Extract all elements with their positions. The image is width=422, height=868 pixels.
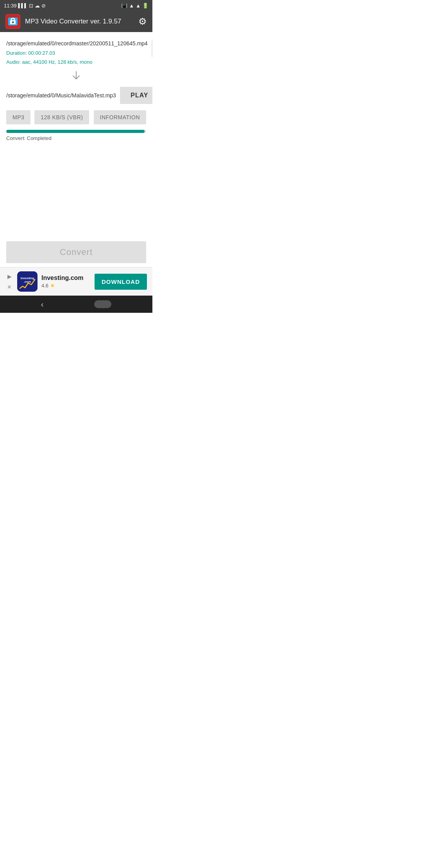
svg-text:.com: .com bbox=[24, 280, 31, 283]
svg-point-3 bbox=[12, 22, 14, 23]
content-area: /storage/emulated/0/recordmaster/2020051… bbox=[0, 32, 152, 296]
status-left: 11:39 ▌▌▌ ⊡ ☁ ⊘ bbox=[4, 3, 46, 9]
ad-controls: ▶ ✕ bbox=[5, 273, 13, 291]
network-icon: ▲ bbox=[136, 3, 141, 9]
back-button[interactable]: ‹ bbox=[41, 300, 44, 309]
time: 11:39 bbox=[4, 3, 17, 9]
ad-star-icon: ★ bbox=[50, 282, 55, 289]
battery-icon: 🔋 bbox=[142, 3, 148, 9]
progress-container: Convert: Completed bbox=[6, 130, 146, 141]
output-file-row: /storage/emulated/0/Music/MalavidaTest.m… bbox=[6, 87, 146, 104]
settings-icon[interactable]: ⚙ bbox=[138, 16, 147, 27]
svg-text:investing: investing bbox=[20, 276, 34, 280]
bitrate-button[interactable]: 128 KB/S (VBR) bbox=[34, 110, 89, 124]
main-content: /storage/emulated/0/recordmaster/2020051… bbox=[0, 32, 152, 193]
arrow-down-icon bbox=[6, 70, 146, 84]
title-bar-left: MP3 Video Converter ver. 1.9.57 bbox=[5, 14, 121, 29]
title-bar: MP3 Video Converter ver. 1.9.57 ⚙ bbox=[0, 11, 152, 32]
app-wrapper: 11:39 ▌▌▌ ⊡ ☁ ⊘ 📳 ▲ ▲ 🔋 bbox=[0, 0, 152, 313]
ad-close-button[interactable]: ✕ bbox=[6, 283, 13, 291]
app-icon bbox=[5, 14, 20, 29]
convert-button-container: Convert bbox=[0, 237, 152, 267]
progress-bar-fill bbox=[6, 130, 145, 133]
options-row: MP3 128 KB/S (VBR) INFORMATION bbox=[6, 110, 146, 124]
ad-banner: ▶ ✕ investing .com Investing.com 4.6 ★ bbox=[0, 267, 152, 296]
source-duration: Duration: 00:00:27.03 bbox=[6, 49, 148, 57]
output-file-path: /storage/emulated/0/Music/MalavidaTest.m… bbox=[6, 92, 116, 99]
ad-info: Investing.com 4.6 ★ bbox=[41, 274, 91, 289]
source-file-path: /storage/emulated/0/recordmaster/2020051… bbox=[6, 40, 148, 48]
source-file-info: /storage/emulated/0/recordmaster/2020051… bbox=[6, 40, 148, 66]
source-audio: Audio: aac, 44100 Hz, 128 kb/s, mono bbox=[6, 58, 148, 66]
home-button[interactable] bbox=[94, 300, 111, 308]
bottom-nav: ‹ bbox=[0, 296, 152, 313]
progress-label: Convert: Completed bbox=[6, 135, 146, 141]
select-button[interactable]: SELECT bbox=[152, 40, 152, 57]
status-right: 📳 ▲ ▲ 🔋 bbox=[121, 3, 148, 9]
ad-app-icon: investing .com bbox=[17, 271, 38, 292]
wifi-icon: ▲ bbox=[129, 3, 134, 9]
block-icon: ⊘ bbox=[41, 3, 46, 9]
progress-bar-bg bbox=[6, 130, 146, 133]
status-bar: 11:39 ▌▌▌ ⊡ ☁ ⊘ 📳 ▲ ▲ 🔋 bbox=[0, 0, 152, 11]
app-title: MP3 Video Converter ver. 1.9.57 bbox=[25, 18, 121, 25]
ad-title: Investing.com bbox=[41, 274, 91, 282]
format-button[interactable]: MP3 bbox=[6, 110, 30, 124]
play-button[interactable]: PLAY bbox=[120, 87, 152, 104]
ad-play-icon[interactable]: ▶ bbox=[5, 273, 13, 280]
source-file-row: /storage/emulated/0/recordmaster/2020051… bbox=[6, 40, 146, 66]
spacer bbox=[0, 193, 152, 237]
vibrate-icon: 📳 bbox=[121, 3, 127, 9]
convert-button[interactable]: Convert bbox=[6, 241, 146, 263]
ad-rating-value: 4.6 bbox=[41, 283, 48, 289]
cloud-icon: ☁ bbox=[35, 3, 40, 9]
signal-icon: ▌▌▌ bbox=[18, 3, 27, 8]
information-button[interactable]: INFORMATION bbox=[94, 110, 146, 124]
photo-icon: ⊡ bbox=[29, 3, 33, 9]
ad-rating: 4.6 ★ bbox=[41, 282, 91, 289]
ad-download-button[interactable]: DOWNLOAD bbox=[95, 274, 147, 290]
